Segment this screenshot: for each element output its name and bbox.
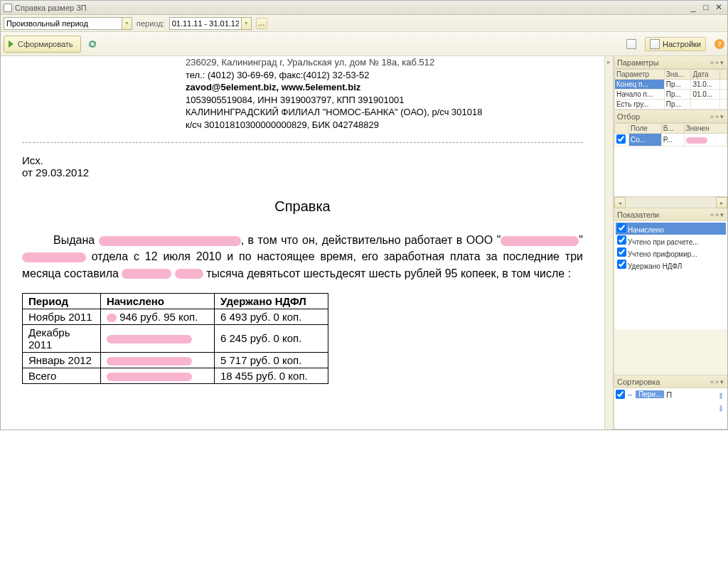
window-title: Справка размер ЗП <box>15 4 87 12</box>
table-row: Декабрь 2011 6 245 руб. 0 коп. <box>23 324 328 352</box>
panel-prev-icon[interactable]: « <box>710 59 714 66</box>
toolbar-actions: Сформировать Настройки ? <box>1 32 727 56</box>
close-button[interactable]: ✕ <box>713 3 724 13</box>
addr-line2: тел.: (4012) 30-69-69, факс:(4012) 32-53… <box>186 69 583 82</box>
sort-down-icon[interactable]: ⬇ <box>717 404 724 414</box>
sort-panel: Сортировка «»▾ – Пери... П <box>614 375 727 430</box>
maximize-button[interactable]: □ <box>700 3 712 13</box>
side-panel: Параметры « » ▾ Параметр Зна... Дата <box>614 56 727 430</box>
grid-toggle-icon[interactable] <box>626 39 636 49</box>
outgoing-block: Исх. от 29.03.2012 <box>22 154 583 178</box>
help-icon[interactable]: ? <box>714 39 724 49</box>
params-title-bar: Параметры « » ▾ <box>614 56 727 69</box>
header-block: 236029, Калининград г, Уральская ул, дом… <box>186 56 583 131</box>
doc-title: Справка <box>22 198 583 215</box>
play-icon <box>9 41 14 48</box>
redacted-company <box>500 236 579 246</box>
filter-title-bar: Отбор «»▾ <box>614 110 727 123</box>
indicators-title-bar: Показатели «»▾ <box>614 208 727 221</box>
document-area: 236029, Калининград г, Уральская ул, дом… <box>1 56 604 430</box>
ish-date: от 29.03.2012 <box>22 166 583 178</box>
period-type-dd-icon[interactable]: ▼ <box>122 18 132 29</box>
scroll-left-icon[interactable]: ◂ <box>614 197 626 208</box>
side-grip[interactable]: ▸ <box>604 56 614 430</box>
sort-check[interactable] <box>616 390 625 399</box>
settings-label: Настройки <box>663 40 701 48</box>
period-label: период: <box>136 19 165 28</box>
generate-button[interactable]: Сформировать <box>4 36 81 53</box>
th-accrued: Начислено <box>101 293 215 309</box>
doc-icon <box>4 4 12 12</box>
scroll-right-icon[interactable]: ▸ <box>716 197 727 208</box>
table-row: Январь 2012 5 717 руб. 0 коп. <box>23 352 328 368</box>
period-value-input[interactable] <box>170 18 241 29</box>
table-row: Всего 18 455 руб. 0 коп. <box>23 368 328 383</box>
indicator-item[interactable]: Учтено приформир... <box>616 247 726 259</box>
refresh-icon[interactable] <box>87 38 98 50</box>
salary-table: Период Начислено Удержано НДФЛ Ноябрь 20… <box>22 293 328 384</box>
indicator-item[interactable]: Начислено <box>616 223 726 235</box>
sort-item[interactable]: – Пери... П <box>614 388 714 400</box>
table-row: Ноябрь 2011 946 руб. 95 коп. 6 493 руб. … <box>23 309 328 324</box>
filter-check[interactable] <box>616 134 626 144</box>
bank-line1: КАЛИНИНГРАДСКИЙ ФИЛИАЛ "НОМОС-БАНКА" (ОА… <box>186 106 583 119</box>
settings-button[interactable]: Настройки <box>645 37 706 51</box>
params-table[interactable]: Параметр Зна... Дата Конец п...Пр...31.0… <box>614 69 727 110</box>
period-picker-button[interactable]: … <box>256 18 267 29</box>
panel-min-icon[interactable]: ▾ <box>719 59 724 66</box>
period-type-input[interactable] <box>4 18 122 29</box>
filter-hscroll[interactable]: ◂ ▸ <box>614 196 727 208</box>
indicator-item[interactable]: Удержано НДФЛ <box>616 259 726 271</box>
filter-table[interactable]: Поле В... Значен Со... Р... <box>614 123 727 146</box>
indicators-list[interactable]: Начислено Учтено при расчете... Учтено п… <box>614 221 727 272</box>
body-text: Выдана , в том что он, действительно раб… <box>22 232 583 282</box>
ish-label: Исх. <box>22 154 583 166</box>
divider <box>22 142 583 143</box>
redacted-sum2 <box>175 269 203 279</box>
indicator-item[interactable]: Учтено при расчете... <box>616 235 726 247</box>
email-line: zavod@5element.biz, www.5element.biz <box>186 81 583 94</box>
period-value-dd-icon[interactable]: ▼ <box>241 18 251 29</box>
indicators-panel: Показатели «»▾ Начислено Учтено при расч… <box>614 208 727 375</box>
filter-panel: Отбор «»▾ Поле В... Значен <box>614 110 727 208</box>
sort-up-icon[interactable]: ⬆ <box>717 391 724 401</box>
sort-updown: ⬆ ⬇ <box>714 388 727 429</box>
period-type-combo[interactable]: ▼ <box>4 17 132 30</box>
toolbar-period: ▼ период: ▼ … <box>1 15 727 32</box>
bank-line2: к/сч 30101810300000000829, БИК 042748829 <box>186 119 583 132</box>
period-value-combo[interactable]: ▼ <box>169 17 252 30</box>
addr-line1: 236029, Калининград г, Уральская ул, дом… <box>186 56 583 69</box>
panel-next-icon[interactable]: » <box>714 59 719 66</box>
params-panel: Параметры « » ▾ Параметр Зна... Дата <box>614 56 727 110</box>
settings-icon <box>650 39 660 49</box>
redacted-sum1 <box>122 269 171 279</box>
titlebar: Справка размер ЗП _ □ ✕ <box>1 1 727 15</box>
generate-label: Сформировать <box>18 40 73 48</box>
reg-line: 1053905519084, ИНН 3919003797, КПП 39190… <box>186 94 583 107</box>
grip-arrow-icon[interactable]: ▸ <box>605 56 613 68</box>
redacted-name <box>99 236 241 246</box>
minimize-button[interactable]: _ <box>687 3 699 13</box>
th-period: Период <box>23 293 101 309</box>
th-tax: Удержано НДФЛ <box>215 293 328 309</box>
redacted-dept <box>22 252 86 262</box>
sort-title-bar: Сортировка «»▾ <box>614 375 727 388</box>
